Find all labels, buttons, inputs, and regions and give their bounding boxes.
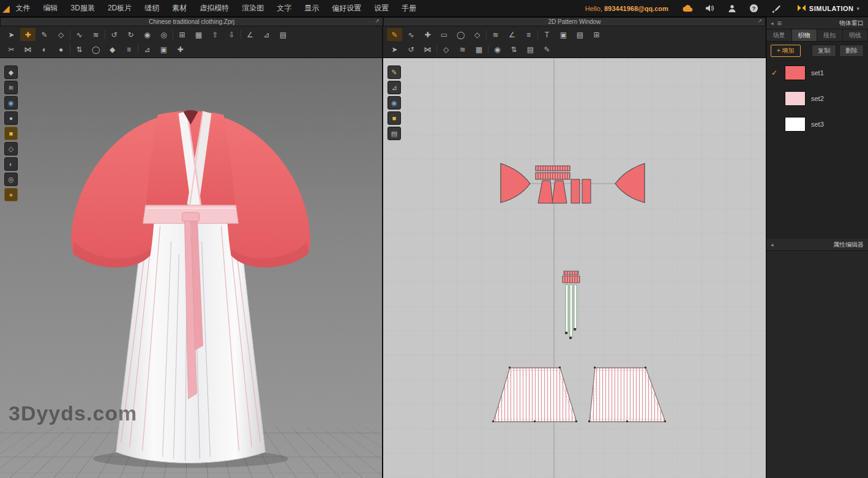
flip-2d-tool-icon[interactable]: ⋈ bbox=[420, 43, 435, 56]
render-preview-icon[interactable]: ● bbox=[4, 188, 18, 201]
transform-tool-icon[interactable]: ◇ bbox=[53, 28, 69, 41]
measure-angle-tool-icon[interactable]: ∠ bbox=[242, 28, 258, 41]
measure-tape-tool-icon[interactable]: ⊿ bbox=[259, 28, 274, 41]
popout-icon[interactable]: ↗ bbox=[375, 18, 380, 24]
fabric-item[interactable]: ✓ set3 bbox=[766, 111, 868, 137]
fabric-item[interactable]: ✓ set1 bbox=[766, 60, 868, 86]
segment-sew-tool-icon[interactable]: ∿ bbox=[72, 28, 87, 41]
fabric-item[interactable]: ✓ set2 bbox=[766, 86, 868, 111]
show-grid-tool-icon[interactable]: ▦ bbox=[191, 28, 206, 41]
tab-scene[interactable]: 场景 bbox=[766, 29, 792, 41]
grainline-tool-icon[interactable]: ⇅ bbox=[506, 43, 522, 56]
image-tool-icon[interactable]: ▣ bbox=[556, 28, 571, 41]
pressure-map-tool-icon[interactable]: ● bbox=[53, 43, 69, 56]
menu-item-3d-garment[interactable]: 3D服装 bbox=[71, 3, 95, 13]
menu-item-display[interactable]: 显示 bbox=[304, 3, 319, 13]
toolbar-separator[interactable] bbox=[488, 45, 488, 54]
avatar-pose-icon[interactable]: ◐ bbox=[4, 157, 18, 171]
copy-fabric-button[interactable]: 复制 bbox=[812, 45, 836, 57]
dock-icon[interactable]: ⊞ bbox=[777, 20, 782, 26]
simulation-mode-selector[interactable]: SIMULATION ▾ bbox=[793, 2, 863, 15]
collapse-panel-icon[interactable]: ◂ bbox=[771, 20, 774, 26]
bind-tool-icon[interactable]: ⇅ bbox=[72, 43, 87, 56]
edit-texture-icon[interactable]: ✎ bbox=[387, 65, 401, 79]
rotate-2d-tool-icon[interactable]: ↺ bbox=[403, 43, 419, 56]
weld-tool-icon[interactable]: ◆ bbox=[105, 43, 120, 56]
blow-up-tool-icon[interactable]: ◯ bbox=[88, 43, 103, 56]
toolbar-separator[interactable] bbox=[70, 45, 70, 54]
simulate-tool-icon[interactable]: ➤ bbox=[4, 28, 19, 41]
size-table-tool-icon[interactable]: ▤ bbox=[275, 28, 291, 41]
toolbar-separator[interactable] bbox=[138, 45, 138, 54]
toolbar-separator[interactable] bbox=[105, 31, 105, 39]
hatch-tool-icon[interactable]: ▤ bbox=[523, 43, 538, 56]
toolbar-separator[interactable] bbox=[241, 31, 241, 39]
annotate-tool-icon[interactable]: ✎ bbox=[539, 43, 555, 56]
seam-allowance-tool-icon[interactable]: ≋ bbox=[488, 28, 503, 41]
menu-item-manual[interactable]: 手册 bbox=[402, 3, 416, 13]
polygon-tool-icon[interactable]: ◇ bbox=[470, 28, 485, 41]
elastic-tool-icon[interactable]: ≋ bbox=[455, 43, 470, 56]
help-icon[interactable]: ? bbox=[746, 2, 762, 15]
menu-item-2d-pattern[interactable]: 2D板片 bbox=[108, 3, 132, 13]
tack-tool-icon[interactable]: ◎ bbox=[156, 28, 171, 41]
zoom-2d-icon[interactable]: ◉ bbox=[387, 96, 401, 110]
viewport-3d[interactable]: ◆≋◉●■◇◐◎● 3Dyyds.com bbox=[0, 58, 383, 478]
text-tool-icon[interactable]: T bbox=[539, 28, 555, 41]
pattern-window-titlebar[interactable]: 2D Pattern Window ↗ bbox=[383, 17, 766, 26]
viewport-2d-pattern[interactable]: ✎⊿◉■▤ bbox=[383, 58, 766, 478]
stiffen-tool-icon[interactable]: ≡ bbox=[121, 43, 137, 56]
edit-pattern-tool-icon[interactable]: ✎ bbox=[37, 28, 52, 41]
press-tool-icon[interactable]: ◇ bbox=[4, 142, 18, 155]
show-seam-2d-tool-icon[interactable]: ◉ bbox=[490, 43, 505, 56]
toolbar-separator[interactable] bbox=[173, 31, 173, 39]
collapse-panel-icon[interactable]: ◂ bbox=[771, 242, 774, 248]
speaker-icon[interactable] bbox=[702, 2, 718, 15]
fabric-swatch[interactable] bbox=[785, 91, 806, 106]
grade-tool-icon[interactable]: ▤ bbox=[572, 28, 588, 41]
fold-arrange-tool-icon[interactable]: ↺ bbox=[107, 28, 122, 41]
menu-item-sewing[interactable]: 缝纫 bbox=[144, 3, 159, 13]
curve-tool-icon[interactable]: ∿ bbox=[403, 28, 419, 41]
center-tool-icon[interactable]: ✚ bbox=[173, 43, 188, 56]
dart-tool-icon[interactable]: ◇ bbox=[438, 43, 454, 56]
show-avatar-icon[interactable]: ● bbox=[4, 111, 18, 125]
move-up-tool-icon[interactable]: ⇧ bbox=[208, 28, 223, 41]
notes-icon[interactable]: ▤ bbox=[387, 127, 401, 140]
fabric-swatch[interactable] bbox=[785, 117, 806, 132]
move-down-tool-icon[interactable]: ⇩ bbox=[224, 28, 239, 41]
shirring-tool-icon[interactable]: ▦ bbox=[471, 43, 487, 56]
user-icon[interactable] bbox=[724, 2, 740, 15]
arrange-points-tool-icon[interactable]: ⊞ bbox=[174, 28, 190, 41]
swatch-library-icon[interactable]: ■ bbox=[387, 111, 401, 125]
show-stitches-icon[interactable]: ≋ bbox=[4, 81, 18, 94]
brush-icon[interactable] bbox=[768, 2, 784, 15]
menu-item-preferences[interactable]: 偏好设置 bbox=[332, 3, 361, 13]
tab-topstitch[interactable]: 明线 bbox=[843, 29, 868, 41]
cloud-sync-icon[interactable] bbox=[680, 2, 696, 15]
measure-2d-icon[interactable]: ⊿ bbox=[387, 81, 401, 94]
circle-tool-icon[interactable]: ◯ bbox=[453, 28, 468, 41]
show-pins-icon[interactable]: ◎ bbox=[4, 173, 18, 186]
strain-map-tool-icon[interactable]: ◐ bbox=[37, 43, 52, 56]
grid-2d-tool-icon[interactable]: ⊞ bbox=[589, 28, 604, 41]
flatten-tool-icon[interactable]: ⊿ bbox=[140, 43, 155, 56]
pen-2d-tool-icon[interactable]: ✎ bbox=[387, 28, 402, 41]
tab-button[interactable]: 纽扣 bbox=[817, 29, 843, 41]
tab-fabric[interactable]: 织物 bbox=[792, 29, 818, 41]
align-tool-icon[interactable]: ▣ bbox=[156, 43, 171, 56]
delete-fabric-button[interactable]: 删除 bbox=[839, 45, 864, 57]
toolbar-separator[interactable] bbox=[537, 31, 538, 39]
menu-item-render[interactable]: 渲染图 bbox=[242, 3, 264, 13]
mirror-paste-tool-icon[interactable]: ⋈ bbox=[20, 43, 36, 56]
toolbar-separator[interactable] bbox=[436, 45, 437, 54]
notch-tool-icon[interactable]: ∠ bbox=[504, 28, 520, 41]
menu-item-text[interactable]: 文字 bbox=[277, 3, 291, 13]
scene-library-icon[interactable]: ■ bbox=[4, 127, 18, 140]
menu-item-material[interactable]: 素材 bbox=[172, 3, 187, 13]
rect-tool-icon[interactable]: ▭ bbox=[436, 28, 452, 41]
menu-item-settings[interactable]: 设置 bbox=[374, 3, 389, 13]
toolbar-separator[interactable] bbox=[70, 31, 70, 39]
free-sew-tool-icon[interactable]: ≋ bbox=[88, 28, 103, 41]
menu-item-avatar[interactable]: 虚拟模特 bbox=[200, 3, 229, 13]
